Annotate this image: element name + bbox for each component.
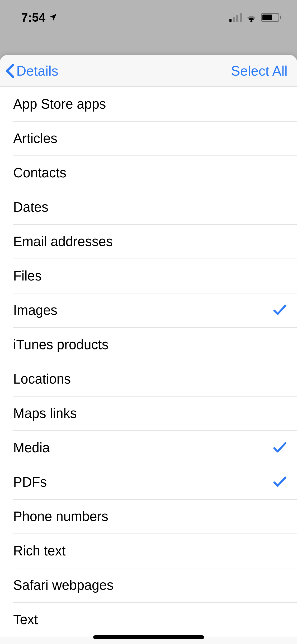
list-item[interactable]: iTunes products <box>0 327 297 362</box>
list-item-label: Images <box>13 302 57 318</box>
cellular-signal-icon <box>229 13 242 22</box>
list-item-label: Contacts <box>13 165 66 181</box>
list-item-label: Media <box>13 440 50 456</box>
list-item-label: App Store apps <box>13 96 106 112</box>
list-item[interactable]: Dates <box>0 190 297 224</box>
status-time: 7:54 <box>21 10 45 25</box>
wifi-icon <box>246 13 257 22</box>
list-item-label: Files <box>13 268 42 284</box>
list-item-label: Rich text <box>13 543 65 559</box>
list-item[interactable]: Text <box>0 602 297 637</box>
list-item-label: Dates <box>13 199 48 215</box>
list-item[interactable]: Email addresses <box>0 224 297 259</box>
back-button[interactable]: Details <box>5 63 58 79</box>
select-all-button[interactable]: Select All <box>231 63 287 79</box>
list-item[interactable]: Rich text <box>0 533 297 568</box>
list-item-label: Articles <box>13 131 57 146</box>
nav-bar: Details Select All <box>0 55 297 87</box>
list-item[interactable]: Files <box>0 259 297 293</box>
list-item-label: Safari webpages <box>13 577 114 593</box>
battery-icon <box>261 13 281 22</box>
checkmark-icon <box>273 304 286 316</box>
list-item[interactable]: Articles <box>0 121 297 155</box>
list-item-label: Phone numbers <box>13 509 108 524</box>
modal-sheet: Details Select All App Store appsArticle… <box>0 55 297 644</box>
list-item-label: PDFs <box>13 474 47 490</box>
list-item[interactable]: App Store apps <box>0 87 297 121</box>
list-item[interactable]: Maps links <box>0 396 297 430</box>
list-item[interactable]: Media <box>0 430 297 465</box>
checkmark-icon <box>273 476 286 488</box>
list-item[interactable]: Safari webpages <box>0 568 297 602</box>
list-item[interactable]: PDFs <box>0 465 297 499</box>
list-item[interactable]: Locations <box>0 362 297 396</box>
status-right <box>229 13 281 22</box>
list-item[interactable]: Images <box>0 293 297 327</box>
list-item[interactable]: Phone numbers <box>0 499 297 533</box>
back-label: Details <box>16 63 58 79</box>
chevron-left-icon <box>5 63 15 78</box>
status-left: 7:54 <box>16 10 58 25</box>
list-item-label: Locations <box>13 371 71 387</box>
list-item-label: Text <box>13 612 38 627</box>
list-item-label: iTunes products <box>13 337 109 352</box>
checkmark-icon <box>273 442 286 453</box>
list-item-label: Maps links <box>13 406 77 421</box>
list-item-label: Email addresses <box>13 234 113 249</box>
status-bar: 7:54 <box>0 0 297 35</box>
list-item[interactable]: Contacts <box>0 155 297 190</box>
location-arrow-icon <box>49 10 58 25</box>
home-indicator[interactable] <box>93 635 204 639</box>
selection-list: App Store appsArticlesContactsDatesEmail… <box>0 87 297 637</box>
